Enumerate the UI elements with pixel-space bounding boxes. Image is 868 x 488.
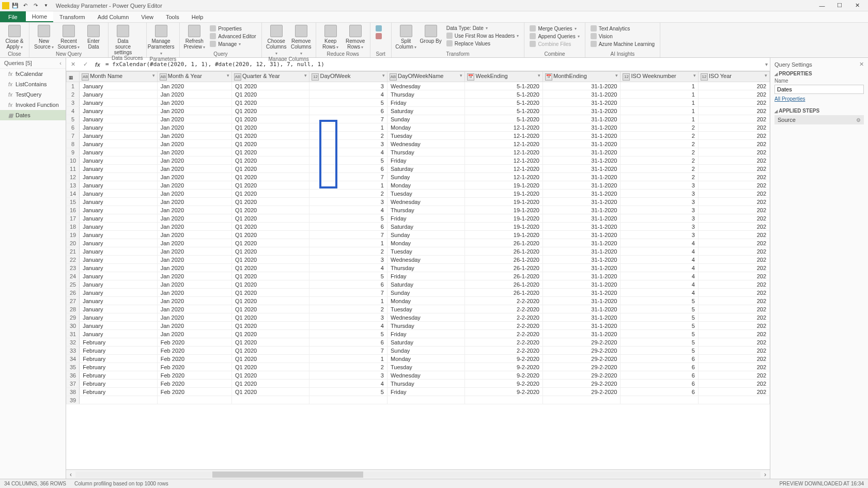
cell[interactable]: Jan 2020 bbox=[157, 305, 231, 313]
close-settings-icon[interactable]: ✕ bbox=[859, 61, 864, 68]
cell[interactable]: 202 bbox=[698, 206, 769, 214]
cell[interactable]: Sunday bbox=[387, 115, 465, 123]
cell[interactable]: 202 bbox=[698, 181, 769, 190]
cell[interactable]: Monday bbox=[387, 355, 465, 363]
cell[interactable]: 202 bbox=[698, 99, 769, 107]
cell[interactable]: Jan 2020 bbox=[157, 313, 231, 322]
cell[interactable]: Jan 2020 bbox=[157, 297, 231, 305]
table-row[interactable]: 27JanuaryJan 2020Q1 20201Monday2-2-20203… bbox=[67, 297, 770, 305]
cell[interactable]: 4 bbox=[309, 148, 388, 156]
cell[interactable]: 26-1-2020 bbox=[465, 280, 543, 289]
cell[interactable]: Q1 2020 bbox=[231, 148, 309, 156]
table-row[interactable]: 3JanuaryJan 2020Q1 20205Friday5-1-202031… bbox=[67, 99, 770, 107]
minimize-button[interactable]: — bbox=[813, 1, 831, 11]
cell[interactable]: January bbox=[80, 297, 158, 305]
cell[interactable]: 31-1-2020 bbox=[542, 231, 621, 239]
cell[interactable]: 29-2-2020 bbox=[542, 347, 621, 355]
cell[interactable]: 6 bbox=[621, 363, 699, 371]
cell[interactable]: Q1 2020 bbox=[231, 280, 309, 289]
cell[interactable] bbox=[231, 396, 309, 404]
cell[interactable]: January bbox=[80, 223, 158, 231]
row-number[interactable]: 30 bbox=[67, 322, 80, 330]
cell[interactable]: Q1 2020 bbox=[231, 338, 309, 347]
cell[interactable]: January bbox=[80, 231, 158, 239]
cell[interactable]: 5 bbox=[621, 313, 699, 322]
table-row[interactable]: 22JanuaryJan 2020Q1 20203Wednesday26-1-2… bbox=[67, 256, 770, 264]
cell[interactable]: Jan 2020 bbox=[157, 264, 231, 272]
column-header-dayofweekname[interactable]: ABDayOfWeekName▾ bbox=[387, 72, 465, 82]
cell[interactable]: 6 bbox=[309, 107, 388, 115]
cell[interactable]: January bbox=[80, 90, 158, 99]
cell[interactable]: Tuesday bbox=[387, 247, 465, 256]
cell[interactable]: January bbox=[80, 305, 158, 313]
cell[interactable]: Jan 2020 bbox=[157, 82, 231, 90]
cell[interactable]: 202 bbox=[698, 272, 769, 280]
cell[interactable]: Q1 2020 bbox=[231, 247, 309, 256]
column-header-dayofweek[interactable]: 12DayOfWeek▾ bbox=[309, 72, 388, 82]
cell[interactable]: 5 bbox=[309, 388, 388, 396]
cell[interactable]: Jan 2020 bbox=[157, 115, 231, 123]
cell[interactable]: Q1 2020 bbox=[231, 156, 309, 165]
first-row-headers-button[interactable]: Use First Row as Headers bbox=[444, 32, 521, 39]
table-row[interactable]: 23JanuaryJan 2020Q1 20204Thursday26-1-20… bbox=[67, 264, 770, 272]
cell[interactable]: 2 bbox=[309, 305, 388, 313]
cell[interactable]: Jan 2020 bbox=[157, 132, 231, 140]
cell[interactable]: 12-1-2020 bbox=[465, 132, 543, 140]
cell[interactable]: 5 bbox=[309, 272, 388, 280]
cell[interactable]: 31-1-2020 bbox=[542, 173, 621, 181]
menu-view[interactable]: View bbox=[135, 11, 160, 22]
cell[interactable]: 5-1-2020 bbox=[465, 82, 543, 90]
cell[interactable]: Monday bbox=[387, 297, 465, 305]
cell[interactable]: Wednesday bbox=[387, 140, 465, 148]
cell[interactable]: 202 bbox=[698, 90, 769, 99]
table-row[interactable]: 5JanuaryJan 2020Q1 20207Sunday5-1-202031… bbox=[67, 115, 770, 123]
cell[interactable]: Jan 2020 bbox=[157, 90, 231, 99]
remove-rows-button[interactable]: Remove Rows bbox=[344, 24, 367, 50]
table-row[interactable]: 25JanuaryJan 2020Q1 20206Saturday26-1-20… bbox=[67, 280, 770, 289]
cell[interactable]: 6 bbox=[309, 338, 388, 347]
cell[interactable]: 26-1-2020 bbox=[465, 239, 543, 247]
cell[interactable]: Q1 2020 bbox=[231, 82, 309, 90]
cell[interactable]: Jan 2020 bbox=[157, 198, 231, 206]
cell[interactable]: 9-2-2020 bbox=[465, 371, 543, 380]
cell[interactable]: 202 bbox=[698, 239, 769, 247]
cell[interactable]: 31-1-2020 bbox=[542, 107, 621, 115]
table-row[interactable]: 34FebruaryFeb 2020Q1 20201Monday9-2-2020… bbox=[67, 355, 770, 363]
cell[interactable]: 12-1-2020 bbox=[465, 148, 543, 156]
cell[interactable]: Sunday bbox=[387, 289, 465, 297]
cell[interactable]: Friday bbox=[387, 388, 465, 396]
cell[interactable]: Saturday bbox=[387, 338, 465, 347]
cell[interactable]: Thursday bbox=[387, 206, 465, 214]
cell[interactable] bbox=[698, 396, 769, 404]
row-number[interactable]: 5 bbox=[67, 115, 80, 123]
properties-button[interactable]: Properties bbox=[208, 25, 258, 32]
cell[interactable]: Q1 2020 bbox=[231, 231, 309, 239]
applied-steps-section[interactable]: APPLIED STEPS bbox=[774, 108, 864, 114]
cell[interactable]: Jan 2020 bbox=[157, 214, 231, 223]
keep-rows-button[interactable]: Keep Rows bbox=[319, 24, 342, 50]
menu-transform[interactable]: Transform bbox=[53, 11, 91, 22]
cell[interactable]: 202 bbox=[698, 140, 769, 148]
cell[interactable]: Wednesday bbox=[387, 313, 465, 322]
cell[interactable]: January bbox=[80, 140, 158, 148]
column-dropdown-icon[interactable]: ▾ bbox=[304, 73, 307, 78]
cell[interactable]: Q1 2020 bbox=[231, 115, 309, 123]
cell[interactable]: 2 bbox=[309, 190, 388, 198]
cell[interactable]: Friday bbox=[387, 214, 465, 223]
row-number[interactable]: 33 bbox=[67, 347, 80, 355]
cell[interactable]: Sunday bbox=[387, 173, 465, 181]
cell[interactable]: January bbox=[80, 173, 158, 181]
cell[interactable]: 7 bbox=[309, 347, 388, 355]
group-by-button[interactable]: Group By bbox=[420, 24, 442, 44]
row-number[interactable]: 39 bbox=[67, 396, 80, 404]
step-source[interactable]: Source ⚙ bbox=[774, 115, 864, 124]
cell[interactable]: 2-2-2020 bbox=[465, 347, 543, 355]
table-row[interactable]: 33FebruaryFeb 2020Q1 20207Sunday2-2-2020… bbox=[67, 347, 770, 355]
table-row[interactable]: 30JanuaryJan 2020Q1 20204Thursday2-2-202… bbox=[67, 322, 770, 330]
cell[interactable]: January bbox=[80, 198, 158, 206]
cell[interactable]: Jan 2020 bbox=[157, 272, 231, 280]
collapse-queries-icon[interactable]: ‹ bbox=[59, 60, 61, 66]
cell[interactable]: 3 bbox=[309, 313, 388, 322]
row-number[interactable]: 18 bbox=[67, 223, 80, 231]
cell[interactable]: 26-1-2020 bbox=[465, 289, 543, 297]
